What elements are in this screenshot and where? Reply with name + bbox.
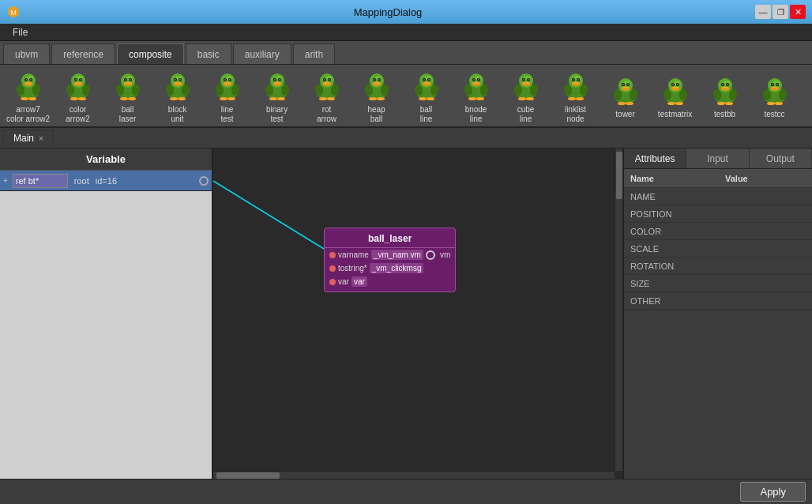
top-tabbar: ubvm reference composite basic auxiliary…: [0, 41, 812, 65]
tab-basic[interactable]: basic: [186, 43, 231, 64]
minimize-button[interactable]: —: [755, 5, 771, 19]
svg-point-151: [577, 79, 578, 80]
tab-attributes[interactable]: Attributes: [624, 149, 686, 168]
tab-composite[interactable]: composite: [117, 43, 184, 64]
attr-label-color: COLOR: [624, 227, 719, 236]
value-varname: _vm_nam vm: [371, 250, 423, 260]
duck-icon-12: [607, 72, 644, 108]
duck-icon-10: [508, 67, 544, 103]
apply-button[interactable]: Apply: [740, 482, 806, 502]
icon-item-8[interactable]: ballline: [404, 67, 448, 124]
icon-label-5: binarytest: [266, 105, 288, 124]
icon-item-3[interactable]: blockunit: [156, 67, 199, 124]
icon-item-2[interactable]: balllaser: [106, 67, 149, 124]
attr-row-name[interactable]: NAME: [624, 188, 812, 205]
attr-row-rotation[interactable]: ROTATION: [624, 258, 812, 275]
svg-point-65: [220, 97, 227, 100]
node-row-var: var var: [325, 275, 455, 288]
icon-item-1[interactable]: colorarrow2: [56, 67, 100, 124]
svg-point-32: [125, 79, 126, 80]
svg-point-13: [21, 97, 28, 100]
attr-label-size: SIZE: [624, 279, 719, 288]
svg-point-6: [25, 79, 26, 80]
icon-label-0: arrow7color arrow2: [6, 105, 50, 124]
dot-varname: [329, 252, 336, 258]
icon-item-4[interactable]: linetest: [205, 67, 249, 124]
duck-icon-1: [60, 67, 96, 103]
tab-output[interactable]: Output: [750, 149, 812, 168]
svg-point-169: [618, 102, 626, 105]
canvas-vertical-scrollbar[interactable]: [615, 149, 622, 471]
icon-item-0[interactable]: arrow7color arrow2: [6, 67, 50, 124]
svg-point-21: [80, 79, 81, 80]
svg-point-140: [522, 84, 530, 86]
duck-icon-4: [209, 67, 246, 103]
menu-file[interactable]: File: [6, 25, 34, 39]
svg-point-92: [327, 97, 335, 100]
icon-item-12[interactable]: tower: [603, 72, 647, 119]
svg-point-10: [24, 84, 32, 86]
icon-item-11[interactable]: linklistnode: [554, 67, 597, 124]
icon-item-7[interactable]: heapball: [355, 67, 398, 124]
duck-icon-0: [10, 67, 47, 103]
icon-item-6[interactable]: rotarrow: [305, 67, 348, 124]
attr-row-other[interactable]: OTHER: [624, 292, 812, 310]
attr-label-other: OTHER: [624, 296, 719, 306]
svg-point-164: [627, 84, 628, 85]
icon-item-9[interactable]: bnodeline: [454, 67, 498, 124]
close-button[interactable]: ✕: [790, 5, 806, 19]
svg-point-49: [174, 84, 182, 86]
canvas-horizontal-scrollbar[interactable]: [213, 471, 615, 479]
canvas-area[interactable]: ball_laser varname _vm_nam vm vm tostrin…: [213, 149, 622, 479]
icon-item-15[interactable]: testcc: [753, 72, 796, 119]
restore-button[interactable]: ❐: [773, 5, 788, 19]
tab-ubvm[interactable]: ubvm: [3, 43, 50, 64]
icon-label-10: cubeline: [517, 105, 535, 124]
icon-label-8: ballline: [420, 105, 433, 124]
icon-item-5[interactable]: binarytest: [255, 67, 299, 124]
svg-point-91: [319, 97, 327, 100]
svg-point-14: [28, 97, 36, 100]
duck-icon-8: [408, 67, 445, 103]
duck-icon-11: [558, 67, 594, 103]
tab-input[interactable]: Input: [686, 149, 749, 168]
expand-icon[interactable]: +: [3, 176, 8, 185]
svg-point-177: [677, 84, 678, 85]
duck-icon-7: [359, 67, 395, 103]
variable-connector[interactable]: [199, 176, 209, 186]
svg-point-196: [725, 102, 733, 105]
icon-item-14[interactable]: testbb: [703, 72, 746, 119]
variable-name-input[interactable]: [13, 174, 68, 188]
icon-label-4: linetest: [220, 105, 233, 124]
icon-item-13[interactable]: testmatrix: [653, 72, 697, 119]
tab-reference[interactable]: reference: [51, 43, 115, 64]
icon-item-10[interactable]: cubeline: [504, 67, 547, 124]
tab-auxiliary[interactable]: auxiliary: [233, 43, 291, 64]
svg-point-183: [675, 102, 683, 105]
tab-main[interactable]: Main ×: [3, 130, 54, 147]
attr-row-color[interactable]: COLOR: [624, 223, 812, 240]
svg-point-34: [130, 79, 130, 80]
ball-laser-node[interactable]: ball_laser varname _vm_nam vm vm tostrin…: [324, 228, 456, 292]
connector-varname[interactable]: [426, 250, 435, 260]
id-label: id=16: [96, 176, 196, 186]
variable-row[interactable]: + root id=16: [0, 171, 212, 191]
tab-arith[interactable]: arith: [293, 43, 335, 64]
app-icon: M: [6, 5, 21, 19]
variable-header: Variable: [0, 149, 212, 171]
inner-tabbar: Main ×: [0, 128, 812, 149]
attr-row-size[interactable]: SIZE: [624, 275, 812, 292]
dot-tostring: [329, 265, 336, 272]
icon-label-7: heapball: [367, 105, 385, 124]
svg-point-203: [776, 84, 777, 85]
attr-row-position[interactable]: POSITION: [624, 205, 812, 223]
menubar: File: [0, 24, 812, 41]
attr-row-scale[interactable]: SCALE: [624, 240, 812, 258]
duck-icon-2: [110, 67, 146, 103]
svg-point-8: [30, 79, 31, 80]
close-main-tab[interactable]: ×: [39, 134, 43, 143]
vscroll-thumb[interactable]: [616, 152, 622, 199]
hscroll-thumb[interactable]: [216, 472, 280, 479]
svg-point-182: [667, 102, 675, 105]
svg-point-110: [423, 79, 424, 80]
